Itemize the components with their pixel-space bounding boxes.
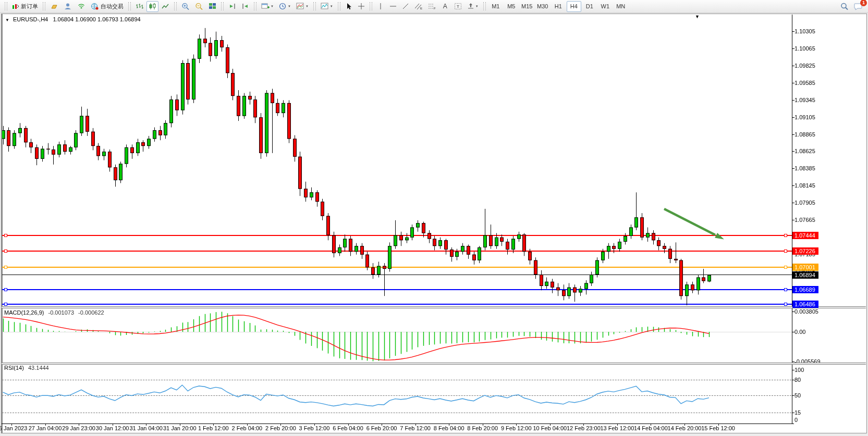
rsi-value: 43.1444 bbox=[28, 365, 49, 371]
line-drag-handle[interactable] bbox=[4, 288, 7, 291]
svg-text:E: E bbox=[420, 7, 422, 10]
line-drag-handle[interactable] bbox=[4, 303, 7, 306]
autotrade-button[interactable]: 自动交易 bbox=[89, 1, 126, 12]
horizontal-line-button[interactable] bbox=[387, 1, 399, 12]
signals-button[interactable] bbox=[75, 1, 88, 12]
vertical-line-button[interactable] bbox=[375, 1, 386, 12]
timeframe-button-D1[interactable]: D1 bbox=[582, 1, 597, 12]
indicators-button[interactable]: ▼ bbox=[319, 1, 335, 12]
panel-separator[interactable] bbox=[2, 306, 866, 308]
crosshair-button[interactable] bbox=[356, 1, 367, 12]
profile-button[interactable] bbox=[62, 1, 74, 12]
equidistant-channel-button[interactable]: E bbox=[412, 1, 425, 12]
timeframe-button-W1[interactable]: W1 bbox=[598, 1, 613, 12]
time-axis-label: 26 Jan 2023 bbox=[0, 425, 27, 431]
cursor-button[interactable] bbox=[343, 1, 354, 12]
toolbar-grip bbox=[43, 2, 45, 10]
line-drag-handle[interactable] bbox=[4, 250, 7, 253]
toolbar-grip bbox=[338, 2, 340, 10]
timeframe-button-M15[interactable]: M15 bbox=[520, 1, 534, 12]
zoom-in-icon bbox=[181, 3, 190, 10]
text-button[interactable]: A bbox=[439, 1, 451, 12]
indicators-icon bbox=[321, 3, 329, 10]
timeframe-button-H1[interactable]: H1 bbox=[551, 1, 566, 12]
templates-button[interactable]: ▼ bbox=[294, 1, 311, 12]
time-axis-label: 9 Feb 12:00 bbox=[501, 425, 532, 431]
signal-icon bbox=[77, 3, 85, 10]
chart-shift-button[interactable] bbox=[239, 1, 251, 12]
timeframe-button-MN[interactable]: MN bbox=[614, 1, 628, 12]
tile-windows-button[interactable] bbox=[206, 1, 218, 12]
periods-button[interactable]: ▼ bbox=[277, 1, 293, 12]
person-icon bbox=[64, 3, 72, 10]
candlestick-chart-button[interactable] bbox=[146, 1, 158, 12]
trendline-button[interactable] bbox=[400, 1, 411, 12]
arrows-button[interactable]: ▼ bbox=[465, 1, 481, 12]
chart-expand-icon[interactable]: ▼ bbox=[5, 18, 9, 22]
line-drag-handle[interactable] bbox=[784, 250, 787, 253]
timeframe-button-M5[interactable]: M5 bbox=[504, 1, 519, 12]
new-order-button[interactable]: 新订单 bbox=[10, 1, 40, 12]
price-line-1.06689[interactable] bbox=[2, 289, 792, 290]
chat-unread-badge: 1 bbox=[860, 0, 867, 6]
gold-ingot-icon bbox=[50, 3, 58, 10]
price-line-badge-1.06486: 1.06486 bbox=[792, 301, 818, 308]
line-drag-handle[interactable] bbox=[4, 266, 7, 269]
line-drag-handle[interactable] bbox=[784, 288, 787, 291]
autotrade-globe-icon bbox=[91, 3, 99, 10]
panel-separator[interactable] bbox=[2, 363, 866, 365]
svg-text:T: T bbox=[457, 4, 459, 9]
line-drag-handle[interactable] bbox=[784, 234, 787, 237]
new-chart-button[interactable]: ▼ bbox=[259, 1, 276, 12]
time-axis-label: 12 Feb 23:00 bbox=[567, 425, 601, 431]
rsi-axis-label: 15 bbox=[794, 409, 801, 416]
chart-shift-icon bbox=[241, 3, 249, 10]
toolbar-grip bbox=[370, 2, 372, 10]
zoom-out-icon bbox=[195, 3, 203, 10]
price-line-1.06894[interactable] bbox=[2, 275, 792, 275]
zoom-out-button[interactable] bbox=[193, 1, 205, 12]
chart-shift-marker[interactable]: ▼ bbox=[695, 14, 700, 19]
price-line-1.07001[interactable] bbox=[2, 267, 792, 268]
time-axis-label: 15 Feb 12:00 bbox=[701, 425, 735, 431]
timeframe-button-M1[interactable]: M1 bbox=[488, 1, 503, 12]
line-chart-button[interactable] bbox=[160, 1, 172, 12]
timeframe-bar: M1M5M15M30H1H4D1W1MN bbox=[488, 1, 629, 12]
rsi-label: RSI(14) 43.1444 bbox=[4, 365, 49, 371]
time-axis-label: 8 Feb 04:00 bbox=[434, 425, 464, 431]
zoom-in-button[interactable] bbox=[179, 1, 192, 12]
time-axis-label: 8 Feb 20:00 bbox=[467, 425, 498, 431]
price-line-1.06486[interactable] bbox=[2, 304, 792, 305]
toolbar-grip bbox=[221, 2, 224, 10]
market-button[interactable] bbox=[48, 1, 60, 12]
price-axis-label: 1.10305 bbox=[794, 28, 815, 34]
bar-chart-button[interactable] bbox=[133, 1, 145, 12]
macd-main-value: -0.001073 bbox=[48, 309, 74, 316]
price-axis-label: 1.09345 bbox=[794, 97, 815, 103]
autoscroll-button[interactable] bbox=[226, 1, 238, 12]
timeframe-button-M30[interactable]: M30 bbox=[535, 1, 550, 12]
text-label-icon: T bbox=[454, 3, 462, 10]
chevron-down-icon: ▼ bbox=[475, 5, 479, 8]
price-line-1.07226[interactable] bbox=[2, 251, 792, 252]
price-axis-label: 1.09105 bbox=[794, 114, 815, 120]
line-drag-handle[interactable] bbox=[4, 234, 7, 237]
line-drag-handle[interactable] bbox=[784, 303, 787, 306]
template-chart-icon bbox=[296, 3, 304, 10]
chat-button[interactable]: 1 bbox=[852, 1, 865, 12]
fibonacci-icon: F bbox=[428, 3, 436, 10]
macd-name: MACD(12,26,9) bbox=[4, 309, 44, 316]
search-button[interactable] bbox=[838, 1, 851, 12]
rsi-level-line-50 bbox=[2, 395, 791, 396]
time-axis-label: 30 Jan 12:00 bbox=[96, 425, 129, 431]
price-line-1.07444[interactable] bbox=[2, 235, 792, 236]
toolbar-grip bbox=[254, 2, 256, 10]
tile-windows-icon bbox=[209, 3, 216, 10]
time-axis-line bbox=[2, 423, 794, 424]
text-label-button[interactable]: T bbox=[452, 1, 464, 12]
new-order-label: 新订单 bbox=[21, 3, 38, 10]
timeframe-button-H4[interactable]: H4 bbox=[567, 1, 581, 12]
macd-axis-label: 0.00 bbox=[794, 329, 805, 335]
fibonacci-button[interactable]: F bbox=[426, 1, 438, 12]
line-drag-handle[interactable] bbox=[784, 266, 787, 269]
